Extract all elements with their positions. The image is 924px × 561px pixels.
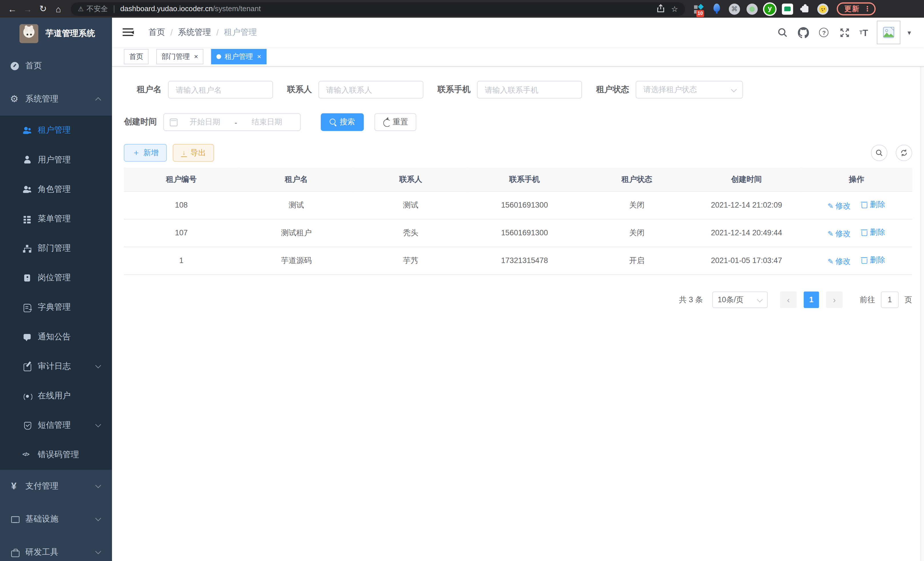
share-icon[interactable] (653, 4, 668, 14)
menu-item-icon (10, 481, 20, 491)
chrome-menu-icon[interactable]: ⋮ (864, 5, 871, 13)
menu-item-icon (22, 273, 32, 283)
screen: ← → ↻ ⌂ ⚠ 不安全 dashboard.yudao.iocoder.cn… (0, 0, 924, 561)
avatar-caret-icon[interactable]: ▼ (906, 29, 912, 36)
sidebar-menu-item[interactable]: 字典管理 (0, 293, 112, 322)
delete-button[interactable]: 删除 (861, 199, 885, 210)
breadcrumb-home[interactable]: 首页 (148, 27, 165, 38)
tab-close-icon[interactable]: × (257, 53, 261, 60)
sidebar-menu-item[interactable]: 审计日志 (0, 352, 112, 381)
refresh-table-button[interactable] (896, 145, 912, 161)
prev-page-button[interactable]: ‹ (780, 291, 796, 308)
chrome-update-button[interactable]: 更新 ⋮ (837, 2, 876, 15)
edit-icon (828, 202, 834, 210)
goto-page-input[interactable] (881, 291, 898, 308)
status-select-placeholder: 请选择租户状态 (644, 84, 697, 95)
sidebar-menu-item[interactable]: 岗位管理 (0, 263, 112, 293)
tab-label: 租户管理 (225, 52, 253, 62)
menu-item-label: 基础设施 (26, 514, 58, 525)
table-header-cell: 联系手机 (468, 168, 581, 191)
breadcrumb: 首页 / 系统管理 / 租户管理 (148, 27, 257, 38)
extension-green-dot-icon[interactable] (747, 3, 758, 14)
delete-button[interactable]: 删除 (861, 227, 885, 238)
mobile-input[interactable] (477, 81, 582, 99)
chevron-icon (95, 482, 101, 488)
table-header-cell: 操作 (801, 168, 912, 191)
sidebar-menu-item[interactable]: 支付管理 (0, 470, 112, 503)
create-time-range-picker[interactable]: 开始日期 - 结束日期 (164, 113, 301, 131)
trash-icon (861, 256, 868, 264)
github-icon[interactable] (797, 27, 809, 38)
extension-metamask-icon[interactable]: 10 (693, 3, 705, 14)
browser-back-icon[interactable]: ← (5, 1, 20, 17)
bookmark-star-icon[interactable]: ☆ (668, 4, 682, 13)
sidebar-menu-item[interactable]: 部门管理 (0, 234, 112, 263)
sidebar-menu-item[interactable]: 系统管理 (0, 83, 112, 116)
address-bar[interactable]: ⚠ 不安全 dashboard.yudao.iocoder.cn /system… (71, 2, 685, 15)
menu-item-label: 系统管理 (26, 94, 58, 104)
sidebar-menu-item[interactable]: 通知公告 (0, 322, 112, 352)
extension-balloon-icon[interactable] (711, 3, 722, 14)
sidebar-menu-item[interactable]: 首页 (0, 50, 112, 83)
extension-yudao-icon[interactable] (764, 3, 776, 14)
reset-button[interactable]: 重置 (375, 113, 417, 131)
browser-home-icon[interactable]: ⌂ (51, 1, 66, 17)
menu-item-icon (22, 303, 32, 312)
edit-button[interactable]: 修改 (828, 228, 851, 239)
menu-item-label: 支付管理 (26, 481, 58, 492)
edit-button[interactable]: 修改 (828, 256, 851, 266)
sidebar-menu-item[interactable]: 在线用户 (0, 381, 112, 411)
breadcrumb-system[interactable]: 系统管理 (178, 27, 211, 38)
browser-forward-icon[interactable]: → (20, 1, 35, 17)
page-tab[interactable]: 租户管理 × (211, 49, 267, 64)
sidebar-menu-item[interactable]: 用户管理 (0, 145, 112, 175)
extension-emoji-icon[interactable] (817, 3, 828, 14)
show-search-toggle-button[interactable] (871, 145, 887, 161)
fullscreen-icon[interactable] (839, 27, 850, 38)
extension-chat-icon[interactable] (782, 3, 793, 14)
extensions-puzzle-icon[interactable] (800, 3, 811, 14)
page-size-select[interactable]: 10条/页 (712, 291, 768, 308)
page-scrollbar[interactable] (921, 18, 924, 561)
search-button[interactable]: 搜索 (321, 113, 364, 131)
tenant-name-input[interactable] (168, 81, 273, 99)
help-icon[interactable]: ? (818, 27, 830, 38)
header-search-icon[interactable] (777, 27, 789, 38)
sidebar-menu-item[interactable]: 租户管理 (0, 116, 112, 145)
cell-actions: 修改 删除 (801, 191, 912, 219)
sidebar-menu-item[interactable]: 菜单管理 (0, 204, 112, 234)
menu-item-label: 用户管理 (38, 155, 71, 165)
app-logo-row[interactable]: 芋道管理系统 (0, 18, 112, 50)
browser-reload-icon[interactable]: ↻ (35, 1, 51, 17)
cell-tenant-name: 芋道源码 (239, 247, 354, 274)
edit-button[interactable]: 修改 (828, 200, 851, 211)
next-page-button[interactable]: › (826, 291, 843, 308)
avatar[interactable] (877, 21, 901, 44)
sidebar-menu-item[interactable]: 角色管理 (0, 175, 112, 204)
status-select[interactable]: 请选择租户状态 (636, 81, 743, 99)
font-size-icon[interactable]: TT (860, 27, 868, 38)
sidebar-menu-item[interactable]: 研发工具 (0, 536, 112, 561)
page-tab[interactable]: 部门管理 × (156, 49, 203, 64)
table-header-cell: 租户编号 (124, 168, 238, 191)
plus-icon: ＋ (132, 147, 140, 158)
extension-command-icon[interactable] (729, 3, 740, 14)
menu-item-label: 研发工具 (26, 547, 58, 558)
menu-item-label: 首页 (26, 61, 42, 71)
delete-button[interactable]: 删除 (861, 255, 885, 265)
page-number-button[interactable]: 1 (804, 291, 819, 308)
cell-actions: 修改 删除 (801, 247, 912, 274)
export-button[interactable]: ↓ 导出 (173, 144, 214, 162)
tab-close-icon[interactable]: × (194, 53, 198, 60)
sidebar-menu-item[interactable]: 短信管理 (0, 411, 112, 440)
cell-created: 2021-12-14 21:02:09 (692, 191, 801, 219)
cell-created: 2021-01-05 17:03:47 (692, 247, 801, 274)
edit-icon (828, 257, 834, 265)
sidebar-menu-item[interactable]: 基础设施 (0, 503, 112, 536)
menu-item-label: 角色管理 (38, 184, 71, 195)
page-tab[interactable]: 首页 × (124, 49, 148, 64)
sidebar-menu-item[interactable]: 错误码管理 (0, 440, 112, 470)
add-button[interactable]: ＋ 新增 (124, 144, 167, 162)
sidebar-toggle-icon[interactable] (123, 28, 133, 37)
contact-input[interactable] (318, 81, 423, 99)
